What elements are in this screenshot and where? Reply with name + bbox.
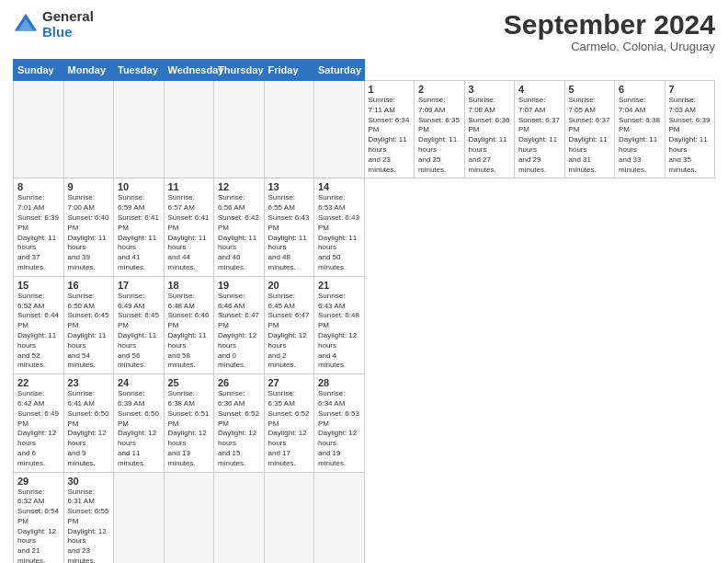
cell-info: Sunrise: 6:53 AM Sunset: 6:43 PM Dayligh… (318, 193, 360, 272)
day-number: 22 (17, 377, 60, 388)
day-number: 11 (168, 181, 210, 192)
daylight-minutes: and 23 minutes. (369, 155, 396, 174)
sunrise: Sunrise: 6:59 AM (118, 193, 144, 212)
sunset: Sunset: 6:49 PM (17, 409, 59, 428)
daylight-label: Daylight: 11 hours (168, 331, 207, 350)
sunrise: Sunrise: 6:57 AM (168, 193, 195, 212)
month-title: September 2024 (504, 9, 715, 40)
col-monday: Monday (63, 60, 114, 81)
calendar-cell: 23 Sunrise: 6:41 AM Sunset: 6:50 PM Dayl… (63, 374, 114, 472)
calendar-cell: 5 Sunrise: 7:05 AM Sunset: 6:37 PM Dayli… (564, 81, 615, 178)
sunrise: Sunrise: 6:55 AM (268, 193, 295, 212)
daylight-minutes: and 29 minutes. (518, 155, 546, 174)
cell-info: Sunrise: 6:42 AM Sunset: 6:49 PM Dayligh… (17, 389, 60, 468)
cell-info: Sunrise: 7:11 AM Sunset: 6:34 PM Dayligh… (369, 96, 411, 175)
daylight-label: Daylight: 12 hours (218, 429, 256, 447)
sunrise: Sunrise: 6:46 AM (218, 292, 245, 310)
calendar-cell: 27 Sunrise: 6:35 AM Sunset: 6:52 PM Dayl… (264, 374, 314, 472)
calendar-week-3: 22 Sunrise: 6:42 AM Sunset: 6:49 PM Dayl… (14, 374, 715, 472)
daylight-minutes: and 27 minutes. (469, 155, 496, 174)
day-number: 12 (218, 181, 260, 192)
daylight-label: Daylight: 11 hours (318, 234, 357, 252)
calendar-cell (314, 472, 365, 563)
col-saturday: Saturday (314, 60, 365, 81)
cell-info: Sunrise: 6:32 AM Sunset: 6:54 PM Dayligh… (17, 488, 60, 564)
sunset: Sunset: 6:52 PM (268, 409, 310, 428)
daylight-label: Daylight: 11 hours (619, 135, 657, 154)
daylight-label: Daylight: 11 hours (369, 135, 407, 154)
calendar-week-2: 15 Sunrise: 6:52 AM Sunset: 6:44 PM Dayl… (14, 276, 715, 373)
daylight-label: Daylight: 12 hours (17, 429, 56, 447)
sunset: Sunset: 6:54 PM (17, 507, 59, 525)
calendar-cell: 17 Sunrise: 6:49 AM Sunset: 6:45 PM Dayl… (114, 276, 165, 373)
daylight-minutes: and 44 minutes. (168, 253, 196, 271)
calendar-cell: 3 Sunrise: 7:08 AM Sunset: 6:36 PM Dayli… (464, 81, 515, 178)
sunrise: Sunrise: 6:50 AM (68, 292, 95, 310)
sunset: Sunset: 6:35 PM (418, 116, 460, 134)
cell-info: Sunrise: 6:41 AM Sunset: 6:50 PM Dayligh… (68, 389, 110, 468)
day-number: 20 (268, 280, 311, 291)
day-number: 9 (68, 181, 110, 192)
daylight-label: Daylight: 11 hours (68, 331, 107, 350)
sunrise: Sunrise: 7:05 AM (569, 96, 596, 114)
calendar-cell: 19 Sunrise: 6:46 AM Sunset: 6:47 PM Dayl… (214, 276, 265, 373)
sunrise: Sunrise: 7:11 AM (369, 96, 395, 114)
calendar-cell: 11 Sunrise: 6:57 AM Sunset: 6:41 PM Dayl… (164, 178, 214, 276)
daylight-minutes: and 4 minutes. (318, 351, 346, 370)
sunrise: Sunrise: 6:43 AM (318, 292, 345, 310)
sunset: Sunset: 6:47 PM (268, 311, 310, 329)
day-number: 13 (268, 181, 311, 192)
daylight-minutes: and 9 minutes. (68, 449, 96, 467)
sunset: Sunset: 6:43 PM (268, 213, 310, 232)
daylight-label: Daylight: 12 hours (318, 331, 357, 350)
day-number: 15 (17, 280, 60, 291)
sunrise: Sunrise: 6:49 AM (118, 292, 144, 310)
cell-info: Sunrise: 6:43 AM Sunset: 6:48 PM Dayligh… (318, 292, 360, 371)
daylight-label: Daylight: 11 hours (569, 135, 608, 154)
sunset: Sunset: 6:45 PM (118, 311, 159, 329)
day-number: 5 (569, 84, 611, 95)
cell-info: Sunrise: 7:09 AM Sunset: 6:35 PM Dayligh… (418, 96, 461, 175)
sunrise: Sunrise: 6:42 AM (17, 389, 44, 408)
daylight-minutes: and 56 minutes. (118, 351, 145, 370)
cell-info: Sunrise: 7:08 AM Sunset: 6:36 PM Dayligh… (469, 96, 511, 175)
logo-blue: Blue (42, 25, 94, 40)
day-number: 18 (168, 280, 210, 291)
calendar-cell: 20 Sunrise: 6:45 AM Sunset: 6:47 PM Dayl… (264, 276, 314, 373)
daylight-minutes: and 31 minutes. (569, 155, 597, 174)
calendar-cell: 2 Sunrise: 7:09 AM Sunset: 6:35 PM Dayli… (415, 81, 465, 178)
calendar-week-4: 29 Sunrise: 6:32 AM Sunset: 6:54 PM Dayl… (14, 472, 715, 563)
cell-info: Sunrise: 6:50 AM Sunset: 6:45 PM Dayligh… (68, 292, 110, 371)
daylight-label: Daylight: 12 hours (268, 331, 307, 350)
sunset: Sunset: 6:51 PM (168, 409, 210, 428)
day-number: 27 (268, 377, 311, 388)
cell-info: Sunrise: 6:59 AM Sunset: 6:41 PM Dayligh… (118, 193, 160, 272)
sunset: Sunset: 6:40 PM (68, 213, 109, 232)
daylight-label: Daylight: 12 hours (218, 331, 256, 350)
day-number: 23 (68, 377, 110, 388)
calendar-cell: 14 Sunrise: 6:53 AM Sunset: 6:43 PM Dayl… (314, 178, 365, 276)
col-sunday: Sunday (14, 60, 64, 81)
logo-text: General Blue (42, 9, 94, 40)
calendar-cell: 22 Sunrise: 6:42 AM Sunset: 6:49 PM Dayl… (14, 374, 64, 472)
cell-info: Sunrise: 7:04 AM Sunset: 6:38 PM Dayligh… (619, 96, 661, 175)
calendar-cell: 15 Sunrise: 6:52 AM Sunset: 6:44 PM Dayl… (14, 276, 64, 373)
daylight-label: Daylight: 11 hours (68, 234, 107, 252)
cell-info: Sunrise: 6:56 AM Sunset: 6:42 PM Dayligh… (218, 193, 260, 272)
header: General Blue September 2024 Carmelo, Col… (13, 9, 715, 53)
daylight-minutes: and 39 minutes. (68, 253, 96, 271)
cell-info: Sunrise: 6:48 AM Sunset: 6:46 PM Dayligh… (168, 292, 210, 371)
cell-info: Sunrise: 6:46 AM Sunset: 6:47 PM Dayligh… (218, 292, 260, 371)
cell-info: Sunrise: 6:39 AM Sunset: 6:50 PM Dayligh… (118, 389, 160, 468)
calendar-cell: 24 Sunrise: 6:39 AM Sunset: 6:50 PM Dayl… (114, 374, 165, 472)
calendar-cell: 10 Sunrise: 6:59 AM Sunset: 6:41 PM Dayl… (114, 178, 165, 276)
sunset: Sunset: 6:45 PM (68, 311, 109, 329)
sunset: Sunset: 6:50 PM (118, 409, 159, 428)
cell-info: Sunrise: 7:05 AM Sunset: 6:37 PM Dayligh… (569, 96, 611, 175)
calendar-cell (314, 81, 365, 178)
sunset: Sunset: 6:52 PM (218, 409, 259, 428)
daylight-label: Daylight: 11 hours (418, 135, 457, 154)
daylight-minutes: and 48 minutes. (268, 253, 296, 271)
day-number: 14 (318, 181, 360, 192)
sunset: Sunset: 6:36 PM (469, 116, 510, 134)
